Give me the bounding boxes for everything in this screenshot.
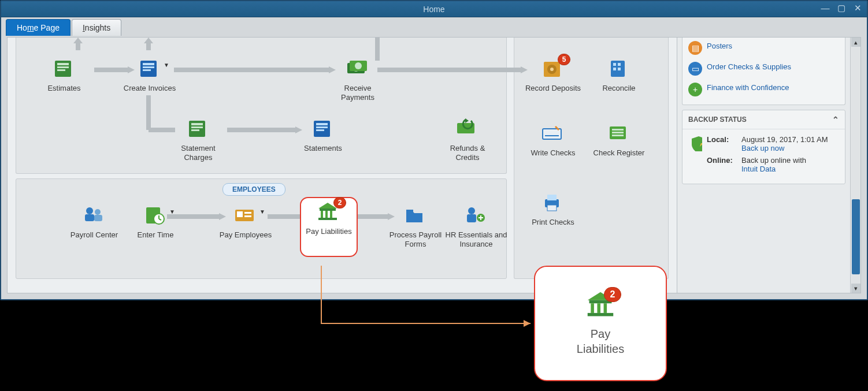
refund-icon (456, 118, 479, 139)
payroll-center-label: Payroll Center (65, 230, 123, 240)
reconcile-label: Reconcile (590, 84, 648, 93)
pay-liabilities-button[interactable]: 2 Pay Liabilities (300, 202, 358, 236)
process-payroll-forms-button[interactable]: Process Payroll Forms (387, 205, 444, 249)
callout-label: PayLiabilities (577, 326, 624, 356)
enter-time-label: Enter Time (127, 230, 184, 240)
statement-charges-button[interactable]: Statement Charges (169, 118, 227, 162)
quick-links-card: ▤ Posters ▭ Order Checks & Supplies + Fi… (682, 38, 845, 105)
scroll-down-button[interactable]: ▾ (851, 284, 860, 293)
employees-header: EMPLOYEES (222, 183, 285, 196)
create-invoices-label: Create Invoices (121, 84, 179, 93)
write-checks-label: Write Checks (524, 148, 582, 158)
workarea: Credit Cards (7, 37, 861, 293)
backup-local-label: Local: (707, 135, 738, 152)
backup-status-card: BACKUP STATUS ⌃ Local: August 19, 2017, … (682, 110, 845, 184)
dropdown-icon[interactable]: ▼ (164, 62, 169, 68)
scroll-thumb[interactable] (852, 199, 860, 274)
print-checks-button[interactable]: Print Checks (524, 192, 582, 227)
order-checks-label: Order Checks & Supplies (707, 62, 791, 72)
maximize-button[interactable]: ▢ (836, 3, 847, 14)
estimates-button[interactable]: Estimates (35, 58, 93, 93)
window-title: Home (423, 5, 444, 14)
money-icon (346, 58, 369, 79)
reconcile-button[interactable]: Reconcile (590, 58, 648, 93)
pay-liabilities-badge: 2 (333, 197, 346, 208)
dropdown-icon[interactable]: ▼ (169, 208, 175, 215)
dropdown-icon[interactable]: ▼ (259, 208, 265, 215)
backup-now-link[interactable]: Back up now (741, 144, 784, 152)
vertical-scrollbar[interactable]: ▴ ▾ (850, 38, 860, 293)
statements-label: Statements (294, 144, 352, 153)
folder-icon (404, 205, 427, 226)
statement-green-icon (187, 118, 210, 139)
shield-lock-icon (688, 135, 702, 151)
receive-payments-label: Receive Payments (329, 84, 387, 102)
check-register-button[interactable]: Check Register (590, 123, 648, 158)
hr-essentials-button[interactable]: HR Essentials and Insurance (444, 205, 508, 249)
intuit-data-link[interactable]: Intuit Data (741, 165, 776, 173)
document-blue-icon (138, 58, 161, 79)
backup-online-label: Online: (707, 156, 738, 173)
people-icon (83, 205, 106, 226)
collapse-icon[interactable]: ⌃ (832, 115, 839, 124)
order-posters-label: Posters (707, 41, 732, 51)
hr-essentials-label: HR Essentials and Insurance (444, 230, 508, 249)
poster-icon: ▤ (688, 41, 702, 55)
document-green-icon (53, 58, 76, 79)
callout-badge: 2 (604, 287, 621, 302)
finance-confidence-label: Finance with Confidence (707, 83, 789, 92)
create-invoices-button[interactable]: ▼ Create Invoices (121, 58, 179, 93)
printer-icon (541, 192, 565, 213)
side-panel: ▤ Posters ▭ Order Checks & Supplies + Fi… (677, 38, 850, 293)
order-posters-link[interactable]: ▤ Posters (687, 38, 840, 58)
plus-icon: + (688, 83, 702, 96)
receive-payments-button[interactable]: Receive Payments (329, 58, 387, 102)
estimates-label: Estimates (35, 84, 93, 93)
tab-home-page[interactable]: Home Page (6, 19, 71, 36)
titlebar: Home — ▢ ✕ (1, 1, 867, 17)
payroll-center-button[interactable]: Payroll Center (65, 205, 123, 240)
close-button[interactable]: ✕ (852, 3, 863, 14)
backup-local-value: August 19, 2017, 1:01 AM (741, 135, 828, 144)
clock-icon (144, 205, 167, 226)
backup-online-value: Back up online with (741, 156, 806, 165)
check-pen-icon (541, 123, 565, 144)
pay-liabilities-label: Pay Liabilities (300, 227, 358, 236)
app-window: Home — ▢ ✕ Home Page Insights Credit Car… (0, 0, 868, 300)
statement-blue-icon (311, 118, 335, 139)
statements-button[interactable]: Statements (294, 118, 352, 153)
enter-time-button[interactable]: ▼ Enter Time (127, 205, 184, 240)
refunds-credits-button[interactable]: Refunds & Credits (439, 118, 496, 162)
pay-employees-label: Pay Employees (217, 230, 275, 240)
finance-confidence-link[interactable]: + Finance with Confidence (687, 79, 840, 100)
flow-canvas: Credit Cards (8, 38, 677, 293)
record-deposits-label: Record Deposits (524, 84, 582, 93)
statement-charges-label: Statement Charges (169, 144, 227, 162)
write-checks-button[interactable]: Write Checks (524, 123, 582, 158)
svg-marker-72 (524, 320, 531, 327)
record-deposits-badge: 5 (558, 54, 570, 65)
tabstrip: Home Page Insights (1, 17, 867, 36)
register-icon (607, 123, 630, 144)
check-register-label: Check Register (590, 148, 648, 158)
refunds-credits-label: Refunds & Credits (439, 144, 496, 162)
checks-icon: ▭ (688, 62, 702, 76)
pay-employees-button[interactable]: ▼ Pay Employees (217, 205, 275, 240)
backup-status-title: BACKUP STATUS (688, 116, 747, 124)
hr-icon (465, 205, 488, 226)
scroll-up-button[interactable]: ▴ (851, 38, 860, 47)
pay-liabilities-callout: 2 PayLiabilities (534, 266, 667, 381)
record-deposits-button[interactable]: 5 Record Deposits (524, 58, 582, 93)
print-checks-label: Print Checks (524, 218, 582, 227)
idcard-icon (234, 205, 257, 226)
building-icon (607, 58, 630, 79)
tab-insights[interactable]: Insights (72, 19, 121, 36)
minimize-button[interactable]: — (819, 3, 831, 14)
process-payroll-forms-label: Process Payroll Forms (387, 230, 444, 249)
order-checks-link[interactable]: ▭ Order Checks & Supplies (687, 58, 840, 79)
